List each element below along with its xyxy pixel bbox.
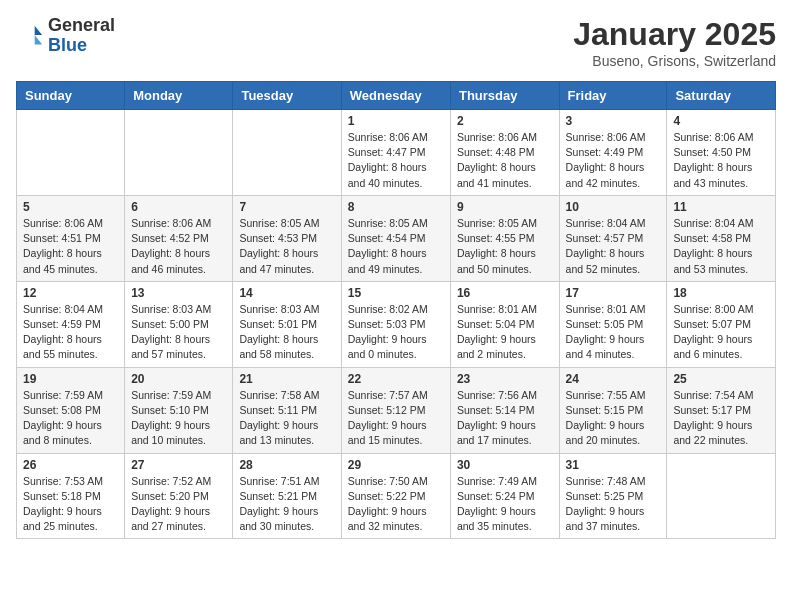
location-text: Buseno, Grisons, Switzerland — [573, 53, 776, 69]
day-info: Sunrise: 7:57 AM Sunset: 5:12 PM Dayligh… — [348, 388, 444, 449]
calendar-cell: 23Sunrise: 7:56 AM Sunset: 5:14 PM Dayli… — [450, 367, 559, 453]
day-info: Sunrise: 8:06 AM Sunset: 4:47 PM Dayligh… — [348, 130, 444, 191]
day-number: 5 — [23, 200, 118, 214]
day-number: 20 — [131, 372, 226, 386]
day-number: 12 — [23, 286, 118, 300]
calendar-cell: 14Sunrise: 8:03 AM Sunset: 5:01 PM Dayli… — [233, 281, 341, 367]
calendar-cell: 30Sunrise: 7:49 AM Sunset: 5:24 PM Dayli… — [450, 453, 559, 539]
calendar-cell: 22Sunrise: 7:57 AM Sunset: 5:12 PM Dayli… — [341, 367, 450, 453]
calendar-cell: 18Sunrise: 8:00 AM Sunset: 5:07 PM Dayli… — [667, 281, 776, 367]
day-info: Sunrise: 8:06 AM Sunset: 4:49 PM Dayligh… — [566, 130, 661, 191]
day-info: Sunrise: 7:55 AM Sunset: 5:15 PM Dayligh… — [566, 388, 661, 449]
day-info: Sunrise: 8:04 AM Sunset: 4:59 PM Dayligh… — [23, 302, 118, 363]
calendar-cell: 11Sunrise: 8:04 AM Sunset: 4:58 PM Dayli… — [667, 195, 776, 281]
logo-icon — [16, 22, 44, 50]
day-info: Sunrise: 7:56 AM Sunset: 5:14 PM Dayligh… — [457, 388, 553, 449]
calendar-cell: 16Sunrise: 8:01 AM Sunset: 5:04 PM Dayli… — [450, 281, 559, 367]
day-info: Sunrise: 8:05 AM Sunset: 4:53 PM Dayligh… — [239, 216, 334, 277]
day-number: 26 — [23, 458, 118, 472]
day-number: 15 — [348, 286, 444, 300]
day-number: 22 — [348, 372, 444, 386]
svg-marker-0 — [35, 26, 42, 35]
day-info: Sunrise: 8:06 AM Sunset: 4:48 PM Dayligh… — [457, 130, 553, 191]
day-number: 30 — [457, 458, 553, 472]
day-number: 28 — [239, 458, 334, 472]
calendar-cell: 9Sunrise: 8:05 AM Sunset: 4:55 PM Daylig… — [450, 195, 559, 281]
calendar-cell: 20Sunrise: 7:59 AM Sunset: 5:10 PM Dayli… — [125, 367, 233, 453]
calendar-cell: 2Sunrise: 8:06 AM Sunset: 4:48 PM Daylig… — [450, 110, 559, 196]
calendar-header-sunday: Sunday — [17, 82, 125, 110]
day-info: Sunrise: 8:06 AM Sunset: 4:50 PM Dayligh… — [673, 130, 769, 191]
day-number: 9 — [457, 200, 553, 214]
day-info: Sunrise: 7:54 AM Sunset: 5:17 PM Dayligh… — [673, 388, 769, 449]
day-info: Sunrise: 7:50 AM Sunset: 5:22 PM Dayligh… — [348, 474, 444, 535]
calendar-cell — [667, 453, 776, 539]
calendar-cell: 25Sunrise: 7:54 AM Sunset: 5:17 PM Dayli… — [667, 367, 776, 453]
calendar-cell: 7Sunrise: 8:05 AM Sunset: 4:53 PM Daylig… — [233, 195, 341, 281]
day-info: Sunrise: 7:52 AM Sunset: 5:20 PM Dayligh… — [131, 474, 226, 535]
day-info: Sunrise: 7:49 AM Sunset: 5:24 PM Dayligh… — [457, 474, 553, 535]
day-number: 21 — [239, 372, 334, 386]
day-number: 6 — [131, 200, 226, 214]
day-info: Sunrise: 8:02 AM Sunset: 5:03 PM Dayligh… — [348, 302, 444, 363]
day-info: Sunrise: 8:05 AM Sunset: 4:55 PM Dayligh… — [457, 216, 553, 277]
day-number: 17 — [566, 286, 661, 300]
day-info: Sunrise: 8:03 AM Sunset: 5:00 PM Dayligh… — [131, 302, 226, 363]
logo-general-text: General — [48, 15, 115, 35]
svg-marker-1 — [35, 35, 42, 44]
day-info: Sunrise: 7:59 AM Sunset: 5:10 PM Dayligh… — [131, 388, 226, 449]
calendar-cell: 5Sunrise: 8:06 AM Sunset: 4:51 PM Daylig… — [17, 195, 125, 281]
calendar-cell: 1Sunrise: 8:06 AM Sunset: 4:47 PM Daylig… — [341, 110, 450, 196]
day-number: 1 — [348, 114, 444, 128]
day-number: 14 — [239, 286, 334, 300]
day-number: 13 — [131, 286, 226, 300]
day-number: 29 — [348, 458, 444, 472]
calendar-cell — [125, 110, 233, 196]
month-title: January 2025 — [573, 16, 776, 53]
day-info: Sunrise: 7:58 AM Sunset: 5:11 PM Dayligh… — [239, 388, 334, 449]
day-number: 31 — [566, 458, 661, 472]
day-number: 19 — [23, 372, 118, 386]
calendar-cell: 21Sunrise: 7:58 AM Sunset: 5:11 PM Dayli… — [233, 367, 341, 453]
calendar-week-row: 26Sunrise: 7:53 AM Sunset: 5:18 PM Dayli… — [17, 453, 776, 539]
day-number: 7 — [239, 200, 334, 214]
calendar-cell: 6Sunrise: 8:06 AM Sunset: 4:52 PM Daylig… — [125, 195, 233, 281]
calendar-table: SundayMondayTuesdayWednesdayThursdayFrid… — [16, 81, 776, 539]
calendar-cell: 31Sunrise: 7:48 AM Sunset: 5:25 PM Dayli… — [559, 453, 667, 539]
day-number: 24 — [566, 372, 661, 386]
day-number: 11 — [673, 200, 769, 214]
day-number: 23 — [457, 372, 553, 386]
calendar-header-wednesday: Wednesday — [341, 82, 450, 110]
calendar-cell: 17Sunrise: 8:01 AM Sunset: 5:05 PM Dayli… — [559, 281, 667, 367]
calendar-cell: 10Sunrise: 8:04 AM Sunset: 4:57 PM Dayli… — [559, 195, 667, 281]
calendar-cell: 15Sunrise: 8:02 AM Sunset: 5:03 PM Dayli… — [341, 281, 450, 367]
day-number: 3 — [566, 114, 661, 128]
day-info: Sunrise: 7:53 AM Sunset: 5:18 PM Dayligh… — [23, 474, 118, 535]
calendar-cell: 13Sunrise: 8:03 AM Sunset: 5:00 PM Dayli… — [125, 281, 233, 367]
calendar-cell: 26Sunrise: 7:53 AM Sunset: 5:18 PM Dayli… — [17, 453, 125, 539]
day-info: Sunrise: 8:04 AM Sunset: 4:57 PM Dayligh… — [566, 216, 661, 277]
logo-blue-text: Blue — [48, 35, 87, 55]
calendar-header-thursday: Thursday — [450, 82, 559, 110]
calendar-cell: 27Sunrise: 7:52 AM Sunset: 5:20 PM Dayli… — [125, 453, 233, 539]
title-block: January 2025 Buseno, Grisons, Switzerlan… — [573, 16, 776, 69]
day-info: Sunrise: 8:01 AM Sunset: 5:05 PM Dayligh… — [566, 302, 661, 363]
day-number: 2 — [457, 114, 553, 128]
calendar-header-monday: Monday — [125, 82, 233, 110]
calendar-cell — [17, 110, 125, 196]
day-info: Sunrise: 7:48 AM Sunset: 5:25 PM Dayligh… — [566, 474, 661, 535]
calendar-cell: 8Sunrise: 8:05 AM Sunset: 4:54 PM Daylig… — [341, 195, 450, 281]
day-number: 16 — [457, 286, 553, 300]
calendar-week-row: 5Sunrise: 8:06 AM Sunset: 4:51 PM Daylig… — [17, 195, 776, 281]
day-number: 18 — [673, 286, 769, 300]
calendar-week-row: 12Sunrise: 8:04 AM Sunset: 4:59 PM Dayli… — [17, 281, 776, 367]
calendar-cell: 24Sunrise: 7:55 AM Sunset: 5:15 PM Dayli… — [559, 367, 667, 453]
day-info: Sunrise: 8:04 AM Sunset: 4:58 PM Dayligh… — [673, 216, 769, 277]
calendar-header-saturday: Saturday — [667, 82, 776, 110]
calendar-cell: 19Sunrise: 7:59 AM Sunset: 5:08 PM Dayli… — [17, 367, 125, 453]
day-number: 4 — [673, 114, 769, 128]
day-number: 27 — [131, 458, 226, 472]
calendar-week-row: 1Sunrise: 8:06 AM Sunset: 4:47 PM Daylig… — [17, 110, 776, 196]
day-info: Sunrise: 8:03 AM Sunset: 5:01 PM Dayligh… — [239, 302, 334, 363]
day-info: Sunrise: 8:06 AM Sunset: 4:52 PM Dayligh… — [131, 216, 226, 277]
